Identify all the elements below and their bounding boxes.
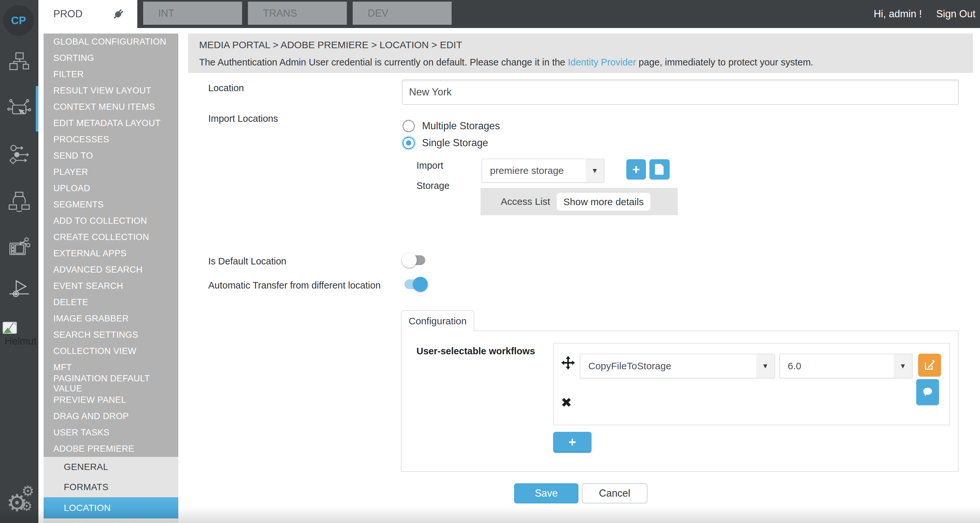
- admin-menu-item[interactable]: PREVIEW PANEL: [44, 392, 178, 408]
- player-flag-icon[interactable]: [0, 277, 38, 301]
- avatar-initials: CP: [11, 14, 26, 27]
- submenu-item[interactable]: GENERAL: [44, 457, 178, 477]
- admin-menu-item-label: EVENT SEARCH: [53, 281, 123, 291]
- auto-transfer-toggle[interactable]: [402, 277, 427, 291]
- admin-menu-item[interactable]: ADVANCED SEARCH: [44, 262, 178, 278]
- admin-menu-item[interactable]: SEND TO: [44, 148, 178, 164]
- remove-workflow-icon[interactable]: ✖: [561, 396, 572, 409]
- admin-menu-item[interactable]: RESULT VIEW LAYOUT: [44, 82, 178, 99]
- admin-menu-item[interactable]: EXTERNAL APPS: [44, 245, 178, 262]
- show-more-details-button[interactable]: Show more details: [557, 193, 651, 211]
- admin-menu-item[interactable]: PAGINATION DEFAULT VALUE: [44, 375, 178, 392]
- admin-menu-item[interactable]: DELETE: [44, 294, 178, 310]
- admin-menu-item[interactable]: EDIT METADATA LAYOUT: [44, 115, 178, 131]
- radio-row-single[interactable]: Single Storage: [402, 137, 488, 149]
- admin-menu-item[interactable]: CONTEXT MENU ITEMS: [44, 99, 178, 115]
- helmut-broken-image-icon[interactable]: [0, 322, 41, 335]
- admin-menu-item[interactable]: PLAYER: [44, 164, 178, 180]
- tab-configuration-label: Configuration: [409, 316, 466, 327]
- admin-menu-item[interactable]: FILTER: [44, 66, 178, 82]
- admin-menu-item[interactable]: GLOBAL CONFIGURATION: [44, 33, 178, 50]
- admin-menu-item[interactable]: DRAG AND DROP: [44, 408, 178, 424]
- collections-sync-icon[interactable]: [0, 190, 38, 214]
- admin-menu-item-label: MFT: [53, 362, 72, 373]
- submenu-item-label: GENERAL: [64, 462, 108, 472]
- admin-menu-item[interactable]: SORTING: [44, 50, 178, 66]
- admin-menu-item[interactable]: EVENT SEARCH: [44, 278, 178, 294]
- admin-app: CP PROD INT: [0, 0, 980, 523]
- env-tab[interactable]: TRANS: [248, 2, 347, 25]
- access-list-label: Access List: [501, 188, 550, 215]
- import-storage-select[interactable]: premiere storage ▼: [482, 159, 605, 183]
- sign-out-link[interactable]: Sign Out: [936, 8, 975, 20]
- cancel-button[interactable]: Cancel: [582, 483, 648, 504]
- comment-workflow-button[interactable]: [916, 379, 939, 405]
- import-locations-label: Import Locations: [208, 113, 278, 124]
- location-input[interactable]: [402, 80, 959, 105]
- chevron-down-icon: ▼: [756, 354, 774, 378]
- workflow-version-select[interactable]: 6.0 ▼: [779, 354, 913, 378]
- single-storage-radio[interactable]: [402, 137, 415, 149]
- multiple-storages-radio[interactable]: [402, 120, 415, 132]
- security-warning: The Authentication Admin User credential…: [199, 57, 813, 68]
- breadcrumb: MEDIA PORTAL > ADOBE PREMIERE > LOCATION…: [199, 40, 462, 51]
- is-default-location-toggle[interactable]: [402, 254, 427, 267]
- add-storage-button[interactable]: +: [626, 159, 646, 179]
- admin-menu-item-label: ADVANCED SEARCH: [53, 265, 143, 275]
- warning-text-after: page, immediately to protect your system…: [636, 57, 813, 67]
- radio-row-multiple[interactable]: Multiple Storages: [402, 120, 500, 132]
- admin-tools-icon[interactable]: [0, 96, 38, 121]
- admin-menu-item-label: SEGMENTS: [53, 199, 104, 210]
- admin-menu-item[interactable]: ADD TO COLLECTION: [44, 213, 178, 229]
- env-tab[interactable]: INT: [143, 2, 242, 25]
- drag-handle-icon[interactable]: [560, 355, 576, 371]
- single-storage-label: Single Storage: [422, 137, 488, 149]
- access-list-panel: Access List Show more details: [480, 188, 678, 215]
- admin-menu-item[interactable]: SEARCH SETTINGS: [44, 327, 178, 343]
- edit-workflow-button[interactable]: [918, 354, 941, 376]
- workflow-select[interactable]: CopyFileToStorage ▼: [580, 354, 775, 378]
- env-tab-label: DEV: [368, 8, 388, 19]
- workflow-icon[interactable]: [0, 143, 38, 167]
- submenu-item[interactable]: FORMATS: [44, 477, 178, 497]
- folder-icon: [654, 163, 665, 175]
- env-tab-label: PROD: [53, 8, 83, 20]
- toggle-knob: [413, 277, 428, 292]
- admin-menu-item-label: DRAG AND DROP: [53, 411, 129, 421]
- workflow-version-value: 6.0: [780, 360, 801, 372]
- header-band: MEDIA PORTAL > ADOBE PREMIERE > LOCATION…: [188, 33, 973, 73]
- admin-menu-item-label: DELETE: [53, 297, 88, 308]
- admin-menu-item-label: PAGINATION DEFAULT VALUE: [53, 373, 178, 394]
- video-edit-icon[interactable]: [0, 235, 38, 259]
- admin-menu-item[interactable]: USER TASKS: [44, 424, 178, 441]
- admin-menu-item[interactable]: UPLOAD: [44, 180, 178, 196]
- admin-menu-item-label: CONTEXT MENU ITEMS: [53, 102, 155, 112]
- admin-menu-item[interactable]: ADOBE PREMIERE: [44, 441, 178, 457]
- submenu-item[interactable]: LOCATION: [44, 497, 178, 518]
- admin-menu-item[interactable]: COLLECTION VIEW: [44, 343, 178, 359]
- browse-storage-button[interactable]: [649, 159, 670, 179]
- admin-menu-item[interactable]: SEGMENTS: [44, 196, 178, 213]
- env-tab-label: TRANS: [263, 8, 297, 19]
- admin-menu-item[interactable]: IMAGE GRABBER: [44, 310, 178, 327]
- import-storage-select-value: premiere storage: [482, 165, 564, 176]
- tab-configuration[interactable]: Configuration: [401, 310, 474, 331]
- location-label: Location: [208, 83, 244, 94]
- admin-menu-item[interactable]: MFT: [44, 359, 178, 375]
- env-tab[interactable]: DEV: [353, 2, 452, 25]
- admin-menu-item[interactable]: CREATE COLLECTION: [44, 229, 178, 245]
- admin-menu-item-label: GLOBAL CONFIGURATION: [53, 37, 166, 47]
- env-tab[interactable]: PROD: [38, 0, 137, 28]
- add-workflow-button[interactable]: +: [553, 432, 592, 453]
- avatar[interactable]: CP: [3, 5, 34, 36]
- helmut-label: Helmut: [5, 335, 37, 347]
- user-box: Hi, admin ! Sign Out: [873, 0, 975, 28]
- admin-menu-item[interactable]: PROCESSES: [44, 131, 178, 148]
- workflow-select-value: CopyFileToStorage: [581, 360, 671, 372]
- save-button[interactable]: Save: [514, 483, 579, 504]
- import-storage-label-line1: Import: [417, 160, 443, 171]
- modules-icon[interactable]: [0, 49, 38, 73]
- admin-menu-item-label: USER TASKS: [53, 427, 110, 438]
- env-tab-label: INT: [158, 8, 174, 19]
- identity-provider-link[interactable]: Identity Provider: [568, 57, 636, 67]
